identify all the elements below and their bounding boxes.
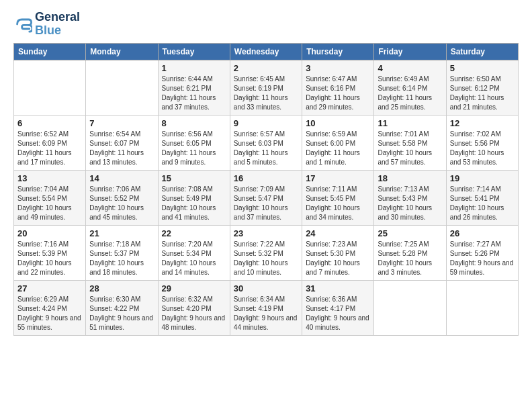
calendar-cell: 6Sunrise: 6:52 AM Sunset: 6:09 PM Daylig…: [14, 115, 86, 170]
calendar-cell: 1Sunrise: 6:44 AM Sunset: 6:21 PM Daylig…: [158, 60, 230, 115]
day-info: Sunrise: 7:11 AM Sunset: 5:45 PM Dayligh…: [306, 185, 370, 222]
day-info: Sunrise: 7:02 AM Sunset: 5:56 PM Dayligh…: [450, 130, 515, 167]
calendar-cell: 7Sunrise: 6:54 AM Sunset: 6:07 PM Daylig…: [86, 115, 158, 170]
calendar-cell: 14Sunrise: 7:06 AM Sunset: 5:52 PM Dayli…: [86, 170, 158, 225]
col-header-tuesday: Tuesday: [158, 43, 230, 60]
calendar-cell: 20Sunrise: 7:16 AM Sunset: 5:39 PM Dayli…: [14, 225, 86, 280]
header-row: General Blue: [13, 11, 519, 38]
calendar-cell: 26Sunrise: 7:27 AM Sunset: 5:26 PM Dayli…: [446, 225, 518, 280]
calendar-cell: 22Sunrise: 7:20 AM Sunset: 5:34 PM Dayli…: [158, 225, 230, 280]
header-row: SundayMondayTuesdayWednesdayThursdayFrid…: [14, 43, 519, 60]
calendar-cell: 10Sunrise: 6:59 AM Sunset: 6:00 PM Dayli…: [302, 115, 374, 170]
week-row-2: 6Sunrise: 6:52 AM Sunset: 6:09 PM Daylig…: [14, 115, 519, 170]
day-info: Sunrise: 7:04 AM Sunset: 5:54 PM Dayligh…: [17, 185, 82, 222]
day-number: 12: [450, 118, 515, 128]
day-number: 13: [17, 173, 82, 183]
day-number: 21: [89, 228, 154, 238]
day-info: Sunrise: 7:27 AM Sunset: 5:26 PM Dayligh…: [450, 240, 515, 277]
day-info: Sunrise: 6:57 AM Sunset: 6:03 PM Dayligh…: [234, 130, 298, 167]
week-row-1: 1Sunrise: 6:44 AM Sunset: 6:21 PM Daylig…: [14, 60, 519, 115]
calendar-cell: 5Sunrise: 6:50 AM Sunset: 6:12 PM Daylig…: [446, 60, 518, 115]
day-info: Sunrise: 7:08 AM Sunset: 5:49 PM Dayligh…: [162, 185, 226, 222]
calendar-cell: 17Sunrise: 7:11 AM Sunset: 5:45 PM Dayli…: [302, 170, 374, 225]
week-row-4: 20Sunrise: 7:16 AM Sunset: 5:39 PM Dayli…: [14, 225, 519, 280]
col-header-monday: Monday: [86, 43, 158, 60]
main-container: General Blue SundayMondayTuesdayWednesda…: [0, 0, 532, 347]
day-number: 8: [162, 118, 226, 128]
logo-icon: [13, 15, 32, 34]
calendar-table: SundayMondayTuesdayWednesdayThursdayFrid…: [13, 43, 519, 336]
day-number: 27: [17, 283, 82, 293]
day-number: 16: [234, 173, 298, 183]
day-number: 23: [234, 228, 298, 238]
day-info: Sunrise: 6:49 AM Sunset: 6:14 PM Dayligh…: [378, 75, 442, 112]
day-number: 30: [234, 283, 298, 293]
day-number: 17: [306, 173, 370, 183]
calendar-cell: 15Sunrise: 7:08 AM Sunset: 5:49 PM Dayli…: [158, 170, 230, 225]
calendar-cell: 23Sunrise: 7:22 AM Sunset: 5:32 PM Dayli…: [230, 225, 302, 280]
day-number: 1: [162, 63, 226, 73]
logo: General Blue: [13, 11, 80, 38]
day-number: 3: [306, 63, 370, 73]
day-info: Sunrise: 6:29 AM Sunset: 4:24 PM Dayligh…: [17, 295, 82, 332]
day-info: Sunrise: 6:59 AM Sunset: 6:00 PM Dayligh…: [306, 130, 370, 167]
calendar-cell: 4Sunrise: 6:49 AM Sunset: 6:14 PM Daylig…: [374, 60, 446, 115]
day-info: Sunrise: 6:45 AM Sunset: 6:19 PM Dayligh…: [234, 75, 298, 112]
day-info: Sunrise: 7:09 AM Sunset: 5:47 PM Dayligh…: [234, 185, 298, 222]
day-number: 9: [234, 118, 298, 128]
day-info: Sunrise: 6:32 AM Sunset: 4:20 PM Dayligh…: [162, 295, 226, 332]
calendar-cell: 9Sunrise: 6:57 AM Sunset: 6:03 PM Daylig…: [230, 115, 302, 170]
day-number: 15: [162, 173, 226, 183]
day-number: 20: [17, 228, 82, 238]
day-info: Sunrise: 6:50 AM Sunset: 6:12 PM Dayligh…: [450, 75, 515, 112]
calendar-cell: 30Sunrise: 6:34 AM Sunset: 4:19 PM Dayli…: [230, 280, 302, 335]
calendar-cell: 8Sunrise: 6:56 AM Sunset: 6:05 PM Daylig…: [158, 115, 230, 170]
calendar-cell: [86, 60, 158, 115]
col-header-thursday: Thursday: [302, 43, 374, 60]
calendar-cell: [14, 60, 86, 115]
day-number: 24: [306, 228, 370, 238]
calendar-cell: [446, 280, 518, 335]
calendar-cell: 27Sunrise: 6:29 AM Sunset: 4:24 PM Dayli…: [14, 280, 86, 335]
calendar-cell: [374, 280, 446, 335]
day-number: 26: [450, 228, 515, 238]
day-number: 25: [378, 228, 442, 238]
week-row-5: 27Sunrise: 6:29 AM Sunset: 4:24 PM Dayli…: [14, 280, 519, 335]
day-number: 10: [306, 118, 370, 128]
day-number: 2: [234, 63, 298, 73]
day-info: Sunrise: 6:52 AM Sunset: 6:09 PM Dayligh…: [17, 130, 82, 167]
calendar-cell: 3Sunrise: 6:47 AM Sunset: 6:16 PM Daylig…: [302, 60, 374, 115]
day-number: 29: [162, 283, 226, 293]
day-info: Sunrise: 7:13 AM Sunset: 5:43 PM Dayligh…: [378, 185, 442, 222]
day-info: Sunrise: 6:54 AM Sunset: 6:07 PM Dayligh…: [89, 130, 154, 167]
day-number: 4: [378, 63, 442, 73]
calendar-cell: 29Sunrise: 6:32 AM Sunset: 4:20 PM Dayli…: [158, 280, 230, 335]
day-number: 22: [162, 228, 226, 238]
day-info: Sunrise: 7:25 AM Sunset: 5:28 PM Dayligh…: [378, 240, 442, 277]
day-number: 6: [17, 118, 82, 128]
col-header-saturday: Saturday: [446, 43, 518, 60]
day-info: Sunrise: 6:47 AM Sunset: 6:16 PM Dayligh…: [306, 75, 370, 112]
calendar-cell: 12Sunrise: 7:02 AM Sunset: 5:56 PM Dayli…: [446, 115, 518, 170]
col-header-sunday: Sunday: [14, 43, 86, 60]
calendar-cell: 16Sunrise: 7:09 AM Sunset: 5:47 PM Dayli…: [230, 170, 302, 225]
calendar-cell: 31Sunrise: 6:36 AM Sunset: 4:17 PM Dayli…: [302, 280, 374, 335]
day-number: 5: [450, 63, 515, 73]
day-info: Sunrise: 7:14 AM Sunset: 5:41 PM Dayligh…: [450, 185, 515, 222]
calendar-cell: 21Sunrise: 7:18 AM Sunset: 5:37 PM Dayli…: [86, 225, 158, 280]
day-info: Sunrise: 7:06 AM Sunset: 5:52 PM Dayligh…: [89, 185, 154, 222]
col-header-wednesday: Wednesday: [230, 43, 302, 60]
calendar-cell: 24Sunrise: 7:23 AM Sunset: 5:30 PM Dayli…: [302, 225, 374, 280]
day-info: Sunrise: 7:18 AM Sunset: 5:37 PM Dayligh…: [89, 240, 154, 277]
day-number: 11: [378, 118, 442, 128]
day-info: Sunrise: 7:20 AM Sunset: 5:34 PM Dayligh…: [162, 240, 226, 277]
day-info: Sunrise: 6:44 AM Sunset: 6:21 PM Dayligh…: [162, 75, 226, 112]
day-info: Sunrise: 6:34 AM Sunset: 4:19 PM Dayligh…: [234, 295, 298, 332]
calendar-cell: 19Sunrise: 7:14 AM Sunset: 5:41 PM Dayli…: [446, 170, 518, 225]
day-number: 28: [89, 283, 154, 293]
calendar-cell: 25Sunrise: 7:25 AM Sunset: 5:28 PM Dayli…: [374, 225, 446, 280]
calendar-cell: 11Sunrise: 7:01 AM Sunset: 5:58 PM Dayli…: [374, 115, 446, 170]
day-number: 14: [89, 173, 154, 183]
day-number: 18: [378, 173, 442, 183]
logo-text: General Blue: [35, 11, 80, 38]
